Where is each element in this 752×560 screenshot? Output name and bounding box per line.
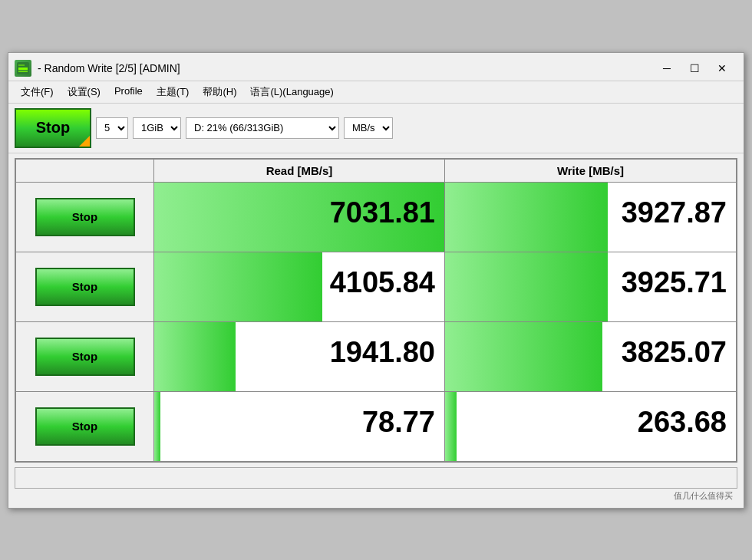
write-cell-3: 263.68 (445, 392, 736, 461)
stop-button-0[interactable]: Stop (35, 198, 135, 236)
unit-select[interactable]: MB/s (344, 117, 393, 139)
table-row: Stop 78.77 263.68 (16, 392, 736, 461)
svg-rect-1 (18, 68, 28, 70)
window-controls: ─ ☐ ✕ (655, 59, 734, 77)
menu-item[interactable]: 帮助(H) (196, 83, 242, 101)
maximize-button[interactable]: ☐ (682, 59, 707, 77)
svg-rect-3 (18, 64, 25, 66)
write-cell-2: 3825.07 (445, 322, 736, 391)
svg-rect-2 (18, 71, 28, 72)
stop-button-3[interactable]: Stop (35, 407, 135, 446)
stop-cell-2: Stop (16, 322, 154, 391)
menu-item[interactable]: 主题(T) (150, 83, 196, 101)
table-row: Stop 7031.81 3927.87 (16, 183, 736, 252)
window-title: - Random Write [2/5] [ADMIN] (38, 62, 655, 74)
write-cell-0: 3927.87 (445, 183, 736, 252)
read-cell-0: 7031.81 (154, 183, 445, 252)
header-read: Read [MB/s] (154, 160, 445, 182)
results-grid: Read [MB/s] Write [MB/s] Stop 7031.81 39… (15, 158, 737, 463)
stop-button-2[interactable]: Stop (35, 338, 135, 376)
menu-item[interactable]: Profile (108, 83, 149, 101)
read-cell-3: 78.77 (154, 392, 445, 461)
table-row: Stop 1941.80 3825.07 (16, 322, 736, 392)
read-value-1: 4105.84 (154, 252, 444, 299)
write-cell-1: 3925.71 (445, 252, 736, 321)
read-value-0: 7031.81 (154, 183, 444, 229)
write-value-3: 263.68 (445, 392, 736, 439)
stop-cell-1: Stop (16, 252, 154, 321)
app-icon (15, 60, 31, 77)
stop-cell-0: Stop (16, 183, 154, 252)
main-content: Read [MB/s] Write [MB/s] Stop 7031.81 39… (8, 153, 744, 508)
stop-cell-3: Stop (16, 392, 154, 461)
watermark: 值几什么值得买 (15, 489, 737, 503)
title-bar: - Random Write [2/5] [ADMIN] ─ ☐ ✕ (8, 53, 744, 81)
write-value-2: 3825.07 (445, 322, 736, 369)
size-select[interactable]: 1GiB (133, 117, 181, 139)
header-empty (16, 160, 154, 182)
table-row: Stop 4105.84 3925.71 (16, 252, 736, 322)
close-button[interactable]: ✕ (710, 59, 734, 77)
header-write: Write [MB/s] (445, 160, 736, 182)
menu-item[interactable]: 设置(S) (61, 83, 107, 101)
menubar: 文件(F)设置(S)Profile主题(T)帮助(H)语言(L)(Languag… (8, 81, 744, 104)
read-value-2: 1941.80 (154, 322, 444, 369)
status-bar (15, 467, 737, 489)
write-value-0: 3927.87 (445, 183, 736, 229)
drive-select[interactable]: D: 21% (66/313GiB) (186, 117, 339, 139)
read-cell-1: 4105.84 (154, 252, 445, 321)
minimize-button[interactable]: ─ (655, 59, 679, 77)
main-stop-button[interactable]: Stop (15, 108, 91, 148)
count-select[interactable]: 5 (96, 117, 128, 139)
menu-item[interactable]: 文件(F) (15, 83, 60, 101)
read-value-3: 78.77 (154, 392, 444, 439)
main-window: - Random Write [2/5] [ADMIN] ─ ☐ ✕ 文件(F)… (8, 52, 744, 509)
stop-button-1[interactable]: Stop (35, 268, 135, 306)
write-value-1: 3925.71 (445, 252, 736, 299)
grid-header: Read [MB/s] Write [MB/s] (16, 160, 736, 183)
read-cell-2: 1941.80 (154, 322, 445, 391)
menu-item[interactable]: 语言(L)(Language) (244, 83, 339, 101)
toolbar: Stop 5 1GiB D: 21% (66/313GiB) MB/s (8, 104, 744, 153)
